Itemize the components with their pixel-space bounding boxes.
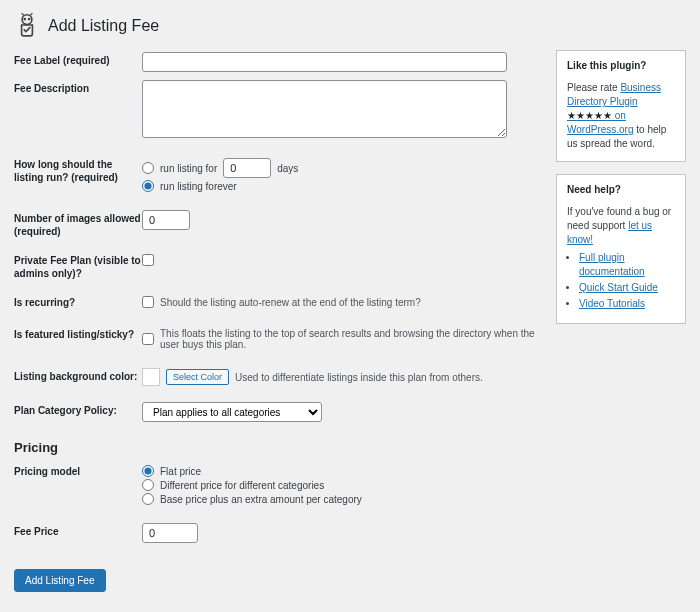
pricing-heading: Pricing (14, 440, 542, 455)
pricing-diff-radio[interactable] (142, 479, 154, 491)
help-lead: If you've found a bug or need support (567, 206, 671, 231)
run-forever-radio[interactable] (142, 180, 154, 192)
plugin-logo-icon (14, 12, 40, 40)
featured-label: Is featured listing/sticky? (14, 324, 142, 341)
page-header: Add Listing Fee (14, 12, 686, 40)
fee-price-label: Fee Price (14, 521, 142, 538)
fee-form: Fee Label (required) Fee Description How… (14, 50, 542, 592)
submit-button[interactable]: Add Listing Fee (14, 569, 106, 592)
pricing-model-label: Pricing model (14, 461, 142, 478)
svg-line-3 (22, 13, 24, 15)
help-link-docs[interactable]: Full plugin documentation (579, 252, 645, 277)
select-color-button[interactable]: Select Color (166, 369, 229, 385)
run-days-suffix: days (277, 163, 298, 174)
need-help-card: Need help? If you've found a bug or need… (556, 174, 686, 324)
fee-label-input[interactable] (142, 52, 507, 72)
svg-point-1 (23, 18, 26, 21)
wp-rating-link[interactable]: ★★★★★ on WordPress.org (567, 110, 634, 135)
recurring-desc: Should the listing auto-renew at the end… (160, 297, 421, 308)
run-for-radio[interactable] (142, 162, 154, 174)
images-input[interactable] (142, 210, 190, 230)
category-policy-label: Plan Category Policy: (14, 400, 142, 417)
pricing-diff-text: Different price for different categories (160, 480, 324, 491)
run-forever-text: run listing forever (160, 181, 237, 192)
need-help-title: Need help? (567, 183, 675, 197)
pricing-base-text: Base price plus an extra amount per cate… (160, 494, 362, 505)
svg-point-2 (28, 18, 31, 21)
run-for-text: run listing for (160, 163, 217, 174)
pricing-base-radio[interactable] (142, 493, 154, 505)
run-days-input[interactable] (223, 158, 271, 178)
fee-label-label: Fee Label (required) (14, 50, 142, 67)
recurring-checkbox[interactable] (142, 296, 154, 308)
run-duration-label: How long should the listing run? (requir… (14, 154, 142, 184)
images-label: Number of images allowed (required) (14, 208, 142, 238)
page-title: Add Listing Fee (48, 17, 159, 35)
svg-point-0 (22, 15, 32, 25)
recurring-label: Is recurring? (14, 292, 142, 309)
like-plugin-card: Like this plugin? Please rate Business D… (556, 50, 686, 162)
svg-line-4 (30, 13, 32, 15)
fee-description-label: Fee Description (14, 78, 142, 95)
private-plan-label: Private Fee Plan (visible to admins only… (14, 250, 142, 280)
pricing-flat-radio[interactable] (142, 465, 154, 477)
color-swatch[interactable] (142, 368, 160, 386)
like-plugin-title: Like this plugin? (567, 59, 675, 73)
stars-icon: ★★★★★ (567, 110, 612, 121)
help-link-quickstart[interactable]: Quick Start Guide (579, 282, 658, 293)
private-plan-checkbox[interactable] (142, 254, 154, 266)
category-policy-select[interactable]: Plan applies to all categories (142, 402, 322, 422)
help-link-videos[interactable]: Video Tutorials (579, 298, 645, 309)
fee-description-textarea[interactable] (142, 80, 507, 138)
pricing-flat-text: Flat price (160, 466, 201, 477)
featured-desc: This floats the listing to the top of se… (160, 328, 542, 350)
bgcolor-label: Listing background color: (14, 366, 142, 383)
like-prefix: Please rate (567, 82, 620, 93)
bgcolor-desc: Used to differentiate listings inside th… (235, 372, 483, 383)
featured-checkbox[interactable] (142, 333, 154, 345)
fee-price-input[interactable] (142, 523, 198, 543)
